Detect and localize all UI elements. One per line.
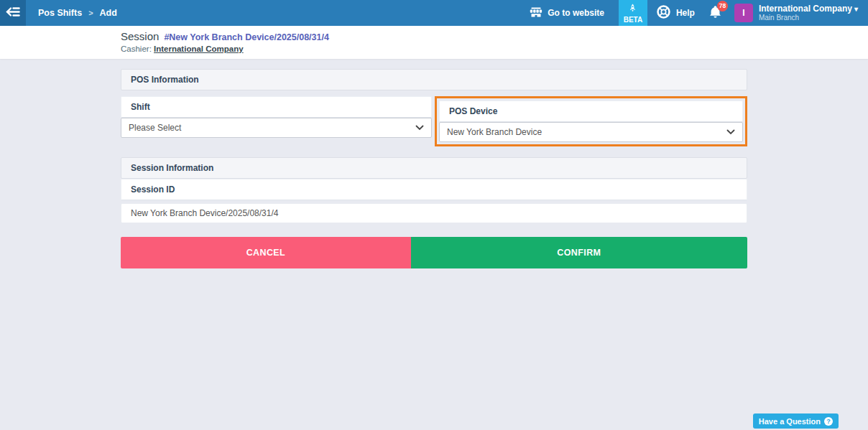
breadcrumb-separator: >: [88, 9, 93, 17]
session-information-header: Session Information: [121, 157, 747, 179]
branch-name: Main Branch: [759, 14, 858, 22]
shift-field: Shift Please Select: [121, 96, 432, 138]
company-name: International Company: [759, 4, 852, 14]
cashier-label: Cashier:: [121, 45, 152, 53]
session-reference: #New York Branch Device/2025/08/31/4: [164, 32, 329, 42]
session-id-value: New York Branch Device/2025/08/31/4: [121, 203, 747, 223]
pos-information-title: POS Information: [131, 75, 199, 85]
pos-device-label: POS Device: [439, 101, 743, 122]
chevron-down-icon: [415, 123, 424, 133]
user-avatar[interactable]: I: [734, 4, 753, 22]
page-header-strip: Session #New York Branch Device/2025/08/…: [0, 26, 868, 59]
cancel-button[interactable]: CANCEL: [121, 237, 411, 268]
breadcrumb-add[interactable]: Add: [100, 8, 117, 18]
breadcrumb: Pos Shifts > Add: [38, 8, 117, 18]
go-to-website-button[interactable]: Go to website: [530, 7, 604, 19]
chevron-down-icon: [726, 127, 735, 137]
help-label: Help: [676, 8, 695, 18]
notification-count-badge: 78: [717, 1, 728, 11]
top-header-bar: Pos Shifts > Add Go to website: [0, 0, 868, 26]
header-right-group: Go to website BETA: [530, 0, 868, 26]
question-circle-icon: ?: [824, 417, 833, 426]
cashier-link[interactable]: International Company: [154, 45, 244, 53]
caret-down-icon: ▾: [854, 5, 858, 13]
page-title: Session: [121, 30, 159, 42]
pos-device-selected-value: New York Branch Device: [447, 127, 542, 137]
notifications-button[interactable]: 78: [709, 5, 721, 22]
pos-information-header: POS Information: [121, 69, 747, 90]
session-information-title: Session Information: [131, 163, 213, 173]
account-menu[interactable]: International Company▾ Main Branch: [759, 4, 868, 22]
help-button[interactable]: Help: [656, 4, 695, 22]
confirm-button[interactable]: CONFIRM: [411, 237, 747, 268]
pos-device-select[interactable]: New York Branch Device: [439, 122, 743, 142]
have-a-question-button[interactable]: Have a Question ?: [753, 413, 839, 429]
back-menu-icon: [5, 6, 21, 21]
beta-label: BETA: [624, 17, 642, 24]
session-id-label: Session ID: [121, 179, 747, 200]
pos-device-field: POS Device New York Branch Device: [439, 101, 743, 142]
have-a-question-label: Have a Question: [759, 417, 821, 426]
shift-select[interactable]: Please Select: [121, 118, 432, 138]
help-lifebuoy-icon: [656, 4, 671, 22]
shift-selected-value: Please Select: [129, 123, 181, 133]
go-to-website-label: Go to website: [548, 8, 604, 18]
back-button[interactable]: [0, 0, 26, 26]
rocket-icon: [628, 3, 637, 16]
beta-badge[interactable]: BETA: [619, 0, 647, 26]
storefront-icon: [530, 7, 542, 19]
pos-device-highlight-box: POS Device New York Branch Device: [435, 96, 747, 146]
session-form: POS Information Shift Please Select POS …: [121, 69, 747, 268]
breadcrumb-pos-shifts[interactable]: Pos Shifts: [38, 8, 82, 18]
avatar-initial: I: [742, 8, 744, 18]
shift-label: Shift: [121, 96, 432, 118]
